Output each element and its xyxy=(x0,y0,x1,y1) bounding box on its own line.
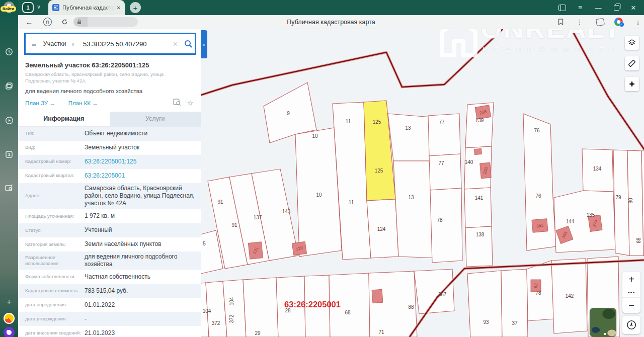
close-button[interactable]: ✕ xyxy=(629,4,638,12)
panel-collapse-button[interactable]: ‹ xyxy=(201,30,207,58)
collections-icon[interactable] xyxy=(4,80,15,92)
parcel-number-label: 11 xyxy=(346,119,351,124)
menu-icon[interactable]: ≡ xyxy=(576,4,585,12)
parcel-polygon[interactable] xyxy=(467,271,502,337)
building-footprint[interactable]: 129 xyxy=(292,241,306,255)
doc-search-icon[interactable] xyxy=(173,99,181,108)
measure-ruler-button[interactable] xyxy=(625,56,639,70)
tab-group-button[interactable]: 1 xyxy=(22,2,34,13)
browser-tab[interactable]: Публичная кадастровая карта ✕ xyxy=(48,0,125,15)
parcel-polygon[interactable] xyxy=(430,188,462,263)
building-footprint[interactable]: 256 xyxy=(475,105,491,119)
parcel-number-label: 77 xyxy=(439,119,445,125)
address-bar[interactable] xyxy=(73,17,138,27)
cadastral-map[interactable]: 2562503613553741311296391010111112512513… xyxy=(201,29,644,337)
yandex-home-icon[interactable]: Я xyxy=(42,15,52,29)
table-row: Тип:Объект недвижимости xyxy=(18,127,201,141)
parcel-number-label: 5 xyxy=(203,241,206,246)
parcel-polygon[interactable] xyxy=(223,280,246,337)
row-label: дата определения: xyxy=(18,302,85,308)
object-address: Самарская область, Красноярский район, с… xyxy=(25,71,176,85)
zoom-more-button[interactable]: ••• xyxy=(622,287,640,298)
parcel-number-label: 78 xyxy=(437,217,443,223)
restore-button[interactable] xyxy=(612,4,621,12)
locate-button[interactable] xyxy=(622,316,640,334)
parcel-number-label: 124 xyxy=(377,226,386,232)
building-footprint[interactable]: 131 xyxy=(248,242,263,260)
add-icon[interactable]: + xyxy=(4,297,15,308)
new-tab-button[interactable]: + xyxy=(130,2,141,13)
parcel-polygon[interactable] xyxy=(464,188,492,228)
zoom-in-button[interactable]: + xyxy=(622,272,640,287)
side-panel-icon[interactable] xyxy=(557,4,567,12)
back-button[interactable]: ← xyxy=(24,15,34,29)
chevron-down-icon[interactable]: ∨ xyxy=(71,41,75,47)
tab-close-icon[interactable]: ✕ xyxy=(117,5,121,11)
parcel-number-label: 372 xyxy=(229,314,234,323)
parcel-number-label: 367 xyxy=(438,292,447,297)
building-footprint[interactable]: 250 xyxy=(480,162,492,179)
chevron-down-icon[interactable]: ∨ xyxy=(37,4,41,10)
downloads-icon[interactable]: ↓ xyxy=(633,15,643,29)
search-category-select[interactable]: Участки xyxy=(43,40,66,47)
tab-information[interactable]: Информация xyxy=(18,112,110,126)
position-marker-button[interactable] xyxy=(625,77,639,91)
alice-icon[interactable] xyxy=(4,327,15,337)
row-value-link[interactable]: 63:26:2205001:125 xyxy=(85,158,201,165)
tab-services[interactable]: Услуги xyxy=(110,112,201,126)
parcel-number-label: 77 xyxy=(438,160,444,166)
row-value-link[interactable]: 63:26:2205001 xyxy=(85,172,201,180)
favorite-star-icon[interactable]: ☆ xyxy=(187,99,194,108)
login-badge[interactable]: Войти xyxy=(1,6,16,12)
parcel-number-label: 78 xyxy=(535,290,541,296)
parcel-number-label: 143 xyxy=(282,209,291,214)
layers-button[interactable] xyxy=(625,36,639,50)
parcel-polygon[interactable] xyxy=(243,278,278,337)
browser-window: 1 ∨ Публичная кадастровая карта ✕ + ≡ — … xyxy=(0,0,644,337)
row-label: Категория земель: xyxy=(18,241,85,247)
clear-search-icon[interactable]: ✕ xyxy=(173,40,178,48)
yandex-browser-icon[interactable] xyxy=(4,313,15,324)
offers-icon[interactable] xyxy=(595,15,606,29)
parcel-number-label: 91 xyxy=(231,222,237,228)
tab-title: Публичная кадастровая карта xyxy=(62,5,115,11)
burger-menu-icon[interactable]: ≡ xyxy=(32,40,36,48)
row-value: Частная собственность xyxy=(85,273,201,281)
object-title: Земельный участок 63:26:2205001:125 xyxy=(25,61,194,69)
row-label: дата внесения сведений: xyxy=(18,330,85,336)
table-row: Вид:Земельный участок xyxy=(18,141,201,155)
plan-kk-link[interactable]: План КК → xyxy=(68,100,98,106)
parcel-polygon[interactable] xyxy=(414,269,454,314)
table-row: Адрес:Самарская область, Красноярский ра… xyxy=(18,183,201,209)
search-box[interactable]: ≡ Участки ∨ ✕ xyxy=(24,33,196,55)
parcel-number-label: 10 xyxy=(316,192,322,198)
watermark-brand: ONREALT xyxy=(480,29,622,45)
parcel-polygon[interactable] xyxy=(429,154,461,190)
search-input[interactable] xyxy=(82,40,173,48)
building-footprint[interactable] xyxy=(474,148,482,154)
parcel-polygon[interactable] xyxy=(613,150,629,256)
table-row: Разрешенное использование:для ведения ли… xyxy=(18,251,201,270)
search-icon[interactable] xyxy=(184,40,193,48)
tab-group-icon[interactable]: 1 xyxy=(4,149,15,160)
reload-icon[interactable] xyxy=(59,15,69,29)
bookmark-icon[interactable] xyxy=(555,15,566,29)
plan-zu-link[interactable]: План ЗУ → xyxy=(25,100,55,106)
minimize-button[interactable]: — xyxy=(594,4,603,12)
zoom-out-button[interactable]: − xyxy=(622,298,640,313)
building-footprint[interactable]: 361 xyxy=(532,219,548,233)
profile-avatar[interactable]: ✓ xyxy=(613,15,624,29)
video-icon[interactable] xyxy=(4,115,15,126)
parcel-polygon[interactable] xyxy=(501,269,528,337)
row-label: Вид: xyxy=(18,144,85,150)
basemap-thumbnail[interactable] xyxy=(590,308,616,337)
parcel-polygon[interactable] xyxy=(554,191,615,252)
map-canvas[interactable]: 2562503613553741311296391010111112512513… xyxy=(201,29,644,337)
tab-group-count: 1 xyxy=(26,5,29,11)
extensions-dots-icon[interactable]: ⋮ xyxy=(576,15,584,29)
building-footprint[interactable] xyxy=(372,289,383,303)
history-icon[interactable] xyxy=(4,46,15,57)
row-label: Разрешенное использование: xyxy=(18,255,85,267)
building-number: 63 xyxy=(533,283,539,288)
screenshot-icon[interactable] xyxy=(4,182,15,193)
